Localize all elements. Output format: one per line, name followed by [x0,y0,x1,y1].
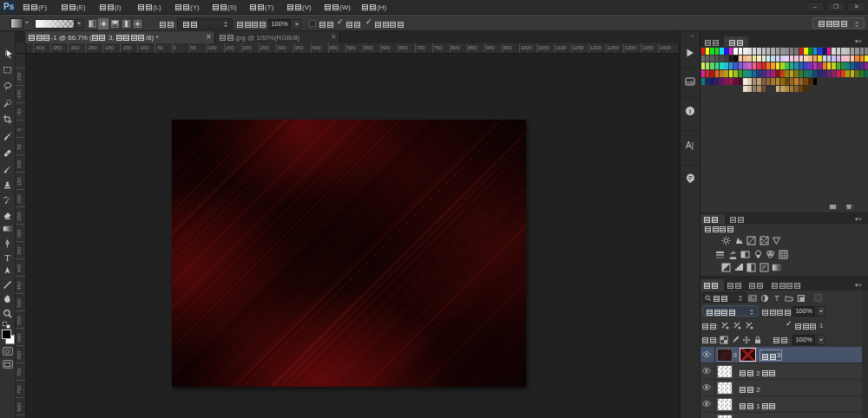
svg-text:T: T [774,294,779,303]
svg-text:T: T [4,252,10,262]
svg-text:i: i [689,108,691,115]
svg-text:mb: mb [687,80,694,85]
